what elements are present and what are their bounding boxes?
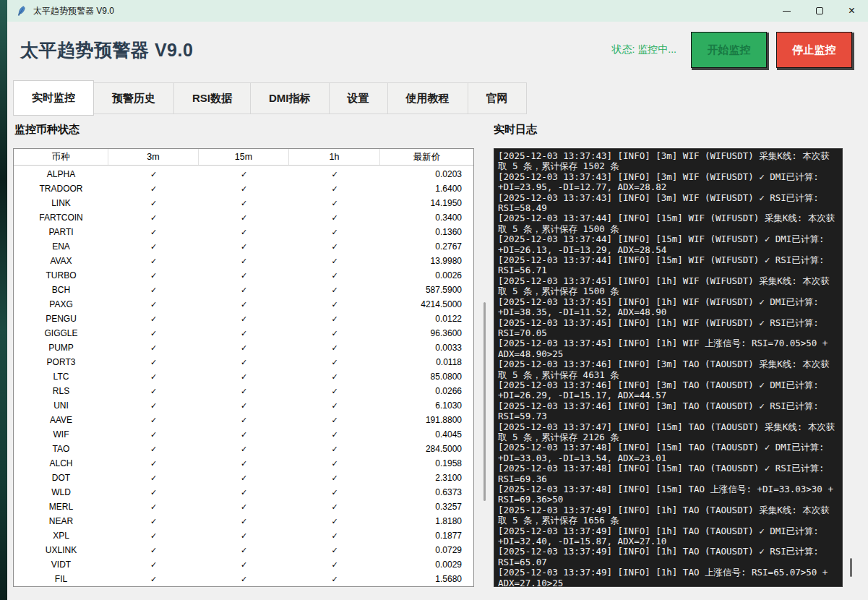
table-row[interactable]: TAO✓✓✓284.5000 — [14, 442, 473, 456]
table-row[interactable]: UXLINK✓✓✓0.0729 — [14, 543, 473, 557]
table-row[interactable]: FARTCOIN✓✓✓0.3400 — [14, 210, 473, 225]
check-15m: ✓ — [199, 575, 289, 584]
log-scrollbar-thumb[interactable] — [850, 558, 852, 577]
table-row[interactable]: BCH✓✓✓587.5900 — [14, 283, 473, 297]
check-1h: ✓ — [289, 387, 380, 396]
column-header-3[interactable]: 15m — [199, 149, 289, 165]
table-row[interactable]: NEAR✓✓✓1.8180 — [14, 514, 473, 528]
coin-cell: WIF — [14, 429, 108, 440]
table-scrollbar-thumb[interactable] — [484, 302, 486, 501]
titlebar[interactable]: 太平趋势预警器 V9.0 × — [7, 0, 868, 22]
coin-cell: TRADOOR — [14, 184, 108, 194]
tab-3[interactable]: RSI数据 — [173, 82, 251, 114]
check-1h: ✓ — [289, 300, 380, 309]
table-row[interactable]: AVAX✓✓✓13.9980 — [14, 254, 473, 268]
table-row[interactable]: ALCH✓✓✓0.1958 — [14, 456, 473, 471]
check-3m: ✓ — [108, 430, 199, 440]
tab-6[interactable]: 使用教程 — [387, 82, 468, 114]
check-1h: ✓ — [289, 546, 380, 555]
price-cell: 587.5900 — [380, 285, 473, 295]
table-row[interactable]: PENGU✓✓✓0.0122 — [14, 312, 473, 326]
check-3m: ✓ — [108, 575, 199, 584]
table-row[interactable]: PORT3✓✓✓0.0118 — [14, 355, 473, 369]
log-entry: [2025-12-03 13:37:43] [INFO] [3m] WIF (W… — [498, 193, 838, 214]
coin-cell: AVAX — [14, 256, 108, 266]
table-row[interactable]: RLS✓✓✓0.0266 — [14, 384, 473, 398]
check-15m: ✓ — [199, 242, 289, 252]
table-row[interactable]: MERL✓✓✓0.3257 — [14, 500, 473, 514]
check-3m: ✓ — [108, 257, 199, 266]
check-3m: ✓ — [108, 199, 199, 208]
start-monitor-button[interactable]: 开始监控 — [691, 32, 767, 68]
table-row[interactable]: ENA✓✓✓0.2767 — [14, 239, 473, 254]
price-cell: 0.1877 — [380, 531, 473, 541]
check-1h: ✓ — [289, 271, 380, 280]
table-row[interactable]: AAVE✓✓✓191.8800 — [14, 413, 473, 427]
price-cell: 0.3257 — [380, 502, 473, 512]
check-15m: ✓ — [199, 546, 289, 555]
tab-2[interactable]: 预警历史 — [93, 82, 174, 114]
coin-cell: FIL — [14, 574, 108, 584]
check-1h: ✓ — [289, 286, 380, 295]
price-cell: 2.3100 — [380, 473, 473, 483]
coin-cell: TURBO — [14, 270, 108, 280]
coin-cell: PENGU — [14, 314, 108, 324]
stop-monitor-button[interactable]: 停止监控 — [776, 32, 852, 68]
price-cell: 6.1030 — [380, 400, 473, 411]
table-row[interactable]: UNI✓✓✓6.1030 — [14, 398, 473, 413]
maximize-button[interactable] — [803, 0, 835, 22]
table-row[interactable]: LTC✓✓✓85.0800 — [14, 369, 473, 384]
table-row[interactable]: TURBO✓✓✓0.0026 — [14, 268, 473, 283]
log-entry: [2025-12-03 13:37:49] [INFO] [1h] TAO 上涨… — [498, 567, 838, 587]
column-header-1[interactable]: 币种 — [14, 149, 108, 165]
status-label: 状态: 监控中... — [612, 43, 676, 56]
coin-cell: ENA — [14, 241, 108, 252]
minimize-button[interactable] — [770, 0, 803, 22]
price-cell: 0.3400 — [380, 213, 473, 223]
column-header-4[interactable]: 1h — [289, 149, 380, 165]
check-3m: ✓ — [108, 488, 199, 497]
table-scrollbar[interactable] — [477, 148, 487, 587]
table-row[interactable]: PUMP✓✓✓0.0033 — [14, 340, 473, 355]
price-cell: 14.1950 — [380, 198, 473, 208]
coin-cell: RLS — [14, 386, 108, 396]
log-entry: [2025-12-03 13:37:49] [INFO] [1h] TAO (T… — [498, 505, 838, 526]
check-15m: ✓ — [199, 387, 289, 396]
table-row[interactable]: TRADOOR✓✓✓1.6400 — [14, 181, 473, 196]
tab-5[interactable]: 设置 — [329, 82, 388, 114]
log-entry: [2025-12-03 13:37:45] [INFO] [1h] WIF (W… — [498, 276, 838, 297]
check-3m: ✓ — [108, 387, 199, 396]
coin-cell: LINK — [14, 198, 108, 208]
check-15m: ✓ — [199, 213, 289, 223]
tab-1[interactable]: 实时监控 — [13, 80, 94, 116]
table-row[interactable]: WIF✓✓✓0.4045 — [14, 427, 473, 442]
log-entry: [2025-12-03 13:37:49] [INFO] [1h] TAO (T… — [498, 526, 838, 547]
table-row[interactable]: VIDT✓✓✓0.0029 — [14, 557, 473, 572]
table-row[interactable]: PAXG✓✓✓4214.5000 — [14, 297, 473, 312]
table-row[interactable]: LINK✓✓✓14.1950 — [14, 196, 473, 210]
check-15m: ✓ — [199, 343, 289, 353]
log-entry: [2025-12-03 13:37:43] [INFO] [3m] WIF (W… — [498, 172, 838, 193]
table-row[interactable]: WLD✓✓✓0.6373 — [14, 485, 473, 500]
coin-cell: AAVE — [14, 415, 108, 425]
log-output[interactable]: [2025-12-03 13:37:43] [INFO] [3m] WIF (W… — [494, 148, 843, 587]
log-entry: [2025-12-03 13:37:46] [INFO] [3m] TAO (T… — [498, 401, 838, 422]
price-cell: 0.0026 — [380, 270, 473, 280]
check-3m: ✓ — [108, 517, 199, 526]
table-row[interactable]: ALPHA✓✓✓0.0203 — [14, 167, 473, 181]
coin-cell: UNI — [14, 400, 108, 411]
tab-7[interactable]: 官网 — [468, 82, 527, 114]
price-cell: 0.2767 — [380, 241, 473, 252]
check-15m: ✓ — [199, 300, 289, 309]
table-row[interactable]: XPL✓✓✓0.1877 — [14, 528, 473, 543]
column-header-2[interactable]: 3m — [108, 149, 199, 165]
coin-cell: TAO — [14, 444, 108, 454]
check-1h: ✓ — [289, 401, 380, 411]
tab-4[interactable]: DMI指标 — [250, 82, 330, 114]
table-row[interactable]: DOT✓✓✓2.3100 — [14, 471, 473, 485]
table-row[interactable]: GIGGLE✓✓✓96.3600 — [14, 326, 473, 340]
column-header-5[interactable]: 最新价 — [380, 149, 473, 165]
table-row[interactable]: PARTI✓✓✓0.1360 — [14, 225, 473, 239]
close-button[interactable]: × — [835, 0, 868, 22]
table-row[interactable]: FIL✓✓✓1.5680 — [14, 572, 473, 586]
